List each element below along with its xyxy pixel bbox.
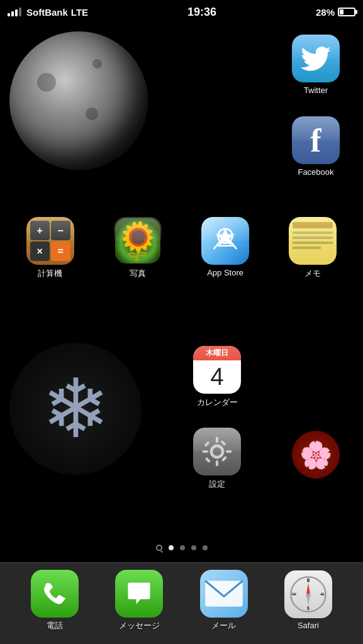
flower-app[interactable]: 🌸 xyxy=(284,431,347,482)
svg-rect-12 xyxy=(221,456,228,462)
calculator-icon: + − × = xyxy=(26,217,74,265)
calendar-app[interactable]: 木曜日 4 カレンダー xyxy=(186,346,249,408)
snowflake-widget[interactable]: ❄ xyxy=(9,343,142,475)
notes-label: メモ xyxy=(304,268,321,279)
calendar-icon: 木曜日 4 xyxy=(193,346,241,394)
twitter-app[interactable]: Twitter xyxy=(284,35,347,95)
messages-svg xyxy=(125,580,153,608)
svg-text:W: W xyxy=(292,591,296,597)
app-row-1: + − × = 計算機 写真 A xyxy=(0,217,363,279)
appstore-svg: A xyxy=(209,225,242,257)
moon-crater xyxy=(92,59,102,69)
svg-rect-8 xyxy=(216,460,218,466)
mail-app[interactable]: メール xyxy=(200,570,248,631)
photos-icon xyxy=(114,217,162,265)
calc-btn-equals: = xyxy=(51,242,70,261)
svg-rect-7 xyxy=(216,437,218,443)
settings-app[interactable]: 設定 xyxy=(186,428,249,490)
notes-line-3 xyxy=(293,242,333,244)
twitter-bird-svg xyxy=(301,46,331,71)
facebook-icon: f xyxy=(292,116,340,164)
moon-widget xyxy=(9,31,173,195)
svg-text:S: S xyxy=(306,605,310,611)
safari-app[interactable]: N S W E Safari xyxy=(284,570,332,630)
battery-percent-label: 28% xyxy=(316,7,335,18)
status-bar: SoftBank LTE 19:36 28% xyxy=(0,0,363,24)
svg-rect-10 xyxy=(226,450,232,453)
search-page-indicator xyxy=(156,545,162,551)
dock: 電話 メッセージ メール xyxy=(0,562,363,644)
page-dot-1 xyxy=(169,545,174,550)
facebook-label: Facebook xyxy=(298,167,333,177)
calculator-label: 計算機 xyxy=(38,268,62,279)
notes-app[interactable]: メモ xyxy=(281,217,344,279)
battery-icon xyxy=(338,8,355,16)
calendar-date: 4 xyxy=(193,360,241,394)
facebook-app[interactable]: f Facebook xyxy=(284,116,347,177)
moon-circle xyxy=(9,31,148,170)
status-time: 19:36 xyxy=(187,6,216,19)
moon-crater xyxy=(86,108,98,120)
moon-crater xyxy=(37,73,56,92)
notes-line-1 xyxy=(293,231,333,234)
status-right: 28% xyxy=(316,7,355,18)
notes-line-4 xyxy=(293,247,321,249)
messages-icon xyxy=(115,570,163,618)
page-dot-4 xyxy=(203,545,208,550)
twitter-icon xyxy=(292,35,340,82)
carrier-label: SoftBank xyxy=(26,7,68,18)
calc-btn-multiply: × xyxy=(30,242,50,261)
phone-app[interactable]: 電話 xyxy=(31,570,79,631)
calculator-app[interactable]: + − × = 計算機 xyxy=(19,217,82,279)
notes-icon xyxy=(289,217,337,265)
calendar-day-label: 木曜日 xyxy=(193,346,241,360)
safari-icon: N S W E xyxy=(284,570,332,618)
notes-header-bar xyxy=(293,222,333,228)
mail-svg xyxy=(204,580,243,608)
gear-icon xyxy=(201,435,233,468)
svg-rect-14 xyxy=(220,440,226,447)
snowflake-icon: ❄ xyxy=(42,368,110,450)
photos-label: 写真 xyxy=(130,268,146,279)
phone-icon xyxy=(31,570,79,618)
photos-app[interactable]: 写真 xyxy=(106,217,169,279)
messages-label: メッセージ xyxy=(119,620,160,631)
svg-text:E: E xyxy=(321,591,324,597)
svg-marker-27 xyxy=(306,592,310,606)
svg-point-6 xyxy=(213,447,221,456)
mail-icon xyxy=(200,570,248,618)
page-dot-2 xyxy=(180,545,185,550)
flower-icon: 🌸 xyxy=(292,431,340,479)
phone-svg xyxy=(42,580,68,607)
safari-compass-svg: N S W E xyxy=(289,575,327,613)
page-dot-3 xyxy=(191,545,196,550)
settings-icon xyxy=(193,428,241,475)
settings-label: 設定 xyxy=(209,479,225,490)
calendar-label: カレンダー xyxy=(197,397,238,408)
page-dots xyxy=(156,545,208,551)
safari-label: Safari xyxy=(298,621,319,630)
battery-fill xyxy=(340,9,343,14)
appstore-label: App Store xyxy=(207,268,243,277)
svg-rect-9 xyxy=(203,450,208,453)
status-left: SoftBank LTE xyxy=(8,7,88,18)
phone-label: 電話 xyxy=(47,620,63,631)
calc-btn-plus: + xyxy=(30,221,50,240)
mail-label: メール xyxy=(211,620,236,631)
network-type-label: LTE xyxy=(71,7,88,18)
twitter-label: Twitter xyxy=(304,86,328,95)
calc-btn-minus: − xyxy=(51,221,70,240)
svg-text:N: N xyxy=(306,577,310,583)
appstore-icon: A xyxy=(201,217,249,265)
svg-rect-11 xyxy=(204,441,210,447)
messages-app[interactable]: メッセージ xyxy=(115,570,163,631)
notes-line-2 xyxy=(293,236,333,239)
appstore-app[interactable]: A App Store xyxy=(194,217,257,277)
signal-bars-icon xyxy=(8,8,21,16)
svg-rect-13 xyxy=(205,457,211,464)
